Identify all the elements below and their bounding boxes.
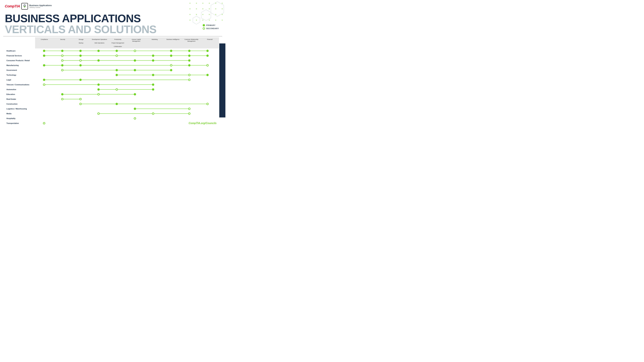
row-label-0: Healthcare	[3, 50, 35, 52]
dot-11-1	[116, 103, 118, 105]
table-row: Manufacturing	[3, 63, 216, 68]
dot-1-3	[116, 54, 118, 57]
col-header-devops: Development OperationsWeb Operations	[90, 39, 109, 47]
row-line-5	[117, 75, 208, 75]
dot-10-0	[61, 98, 64, 100]
dot-1-5	[170, 54, 172, 57]
svg-point-0	[190, 3, 190, 4]
legend: PRIMARY SECONDARY	[203, 24, 219, 29]
bg-decoration	[158, 0, 226, 42]
dot-0-8	[206, 50, 209, 52]
dot-2-3	[134, 59, 136, 62]
svg-point-19	[196, 20, 197, 20]
row-line-10	[62, 99, 80, 99]
table-row: Consumer Products / Retail	[3, 58, 216, 63]
svg-point-10	[215, 8, 216, 9]
dot-4-1	[116, 69, 118, 71]
dot-13-0	[98, 112, 100, 115]
svg-point-4	[215, 3, 216, 4]
dot-3-0	[43, 64, 45, 66]
svg-point-17	[222, 14, 223, 15]
svg-point-18	[190, 20, 190, 20]
row-label-3: Manufacturing	[3, 64, 35, 66]
svg-point-9	[209, 8, 210, 9]
row-line-8	[98, 89, 153, 90]
table-row: Financial Services	[3, 53, 216, 58]
dot-0-4	[116, 50, 118, 52]
row-line-6	[44, 80, 189, 80]
svg-point-11	[222, 8, 223, 9]
row-line-3	[44, 65, 207, 65]
dot-0-0	[43, 50, 45, 52]
row-track-4	[35, 68, 216, 72]
svg-point-20	[202, 20, 203, 20]
legend-secondary: SECONDARY	[203, 27, 219, 29]
table-row: Hospitality	[3, 116, 216, 121]
col-header-storage: StorageBackup	[72, 39, 90, 47]
dot-5-2	[188, 74, 190, 76]
secondary-dot-icon	[203, 27, 205, 29]
dot-1-0	[43, 54, 45, 57]
svg-point-13	[196, 14, 197, 15]
row-label-13: Media	[3, 113, 35, 115]
row-track-1	[35, 53, 216, 58]
dot-7-1	[98, 83, 100, 86]
row-label-1: Financial Services	[3, 55, 35, 57]
table-row: Logistics / Warehousing	[3, 106, 216, 111]
table-row: Government	[3, 68, 216, 72]
row-track-7	[35, 82, 216, 87]
row-label-4: Government	[3, 69, 35, 71]
dot-8-0	[98, 88, 100, 91]
col-header-productivity: ProductivityProject ManagementCollaborat…	[109, 39, 127, 47]
dot-11-0	[79, 103, 82, 105]
row-track-12	[35, 106, 216, 111]
row-track-5	[35, 72, 216, 77]
dot-14-0	[134, 117, 136, 119]
row-label-15: Transportation	[3, 122, 35, 124]
dot-1-7	[206, 54, 209, 57]
footer-url: CompTIA.org/Councils	[189, 122, 216, 125]
row-line-13	[98, 113, 189, 114]
row-track-11	[35, 101, 216, 106]
row-track-16	[35, 126, 216, 127]
dot-8-1	[116, 88, 118, 91]
table-row: Construction	[3, 101, 216, 106]
dot-10-1	[79, 98, 82, 100]
dot-8-2	[152, 88, 154, 91]
row-track-9	[35, 92, 216, 97]
row-line-1	[44, 55, 207, 56]
dot-2-0	[61, 59, 64, 62]
row-track-2	[35, 58, 216, 63]
council-title: Business Applications	[29, 4, 52, 7]
table-row: Automotive	[3, 87, 216, 92]
dot-4-2	[134, 69, 136, 71]
logo-svg	[22, 4, 27, 8]
table-row: Education	[3, 92, 216, 97]
row-label-12: Logistics / Warehousing	[3, 108, 35, 110]
dot-2-4	[152, 59, 154, 62]
svg-point-8	[202, 8, 203, 9]
svg-marker-25	[201, 10, 211, 20]
dot-2-5	[188, 59, 190, 62]
svg-point-14	[202, 14, 203, 15]
dot-0-2	[79, 50, 82, 52]
svg-marker-29	[24, 7, 25, 7]
dot-15-0	[43, 122, 45, 124]
dot-11-2	[206, 103, 209, 105]
dot-13-2	[188, 112, 190, 115]
table-row: Real Estate	[3, 97, 216, 101]
dot-9-0	[61, 93, 64, 95]
dot-5-1	[152, 74, 154, 76]
dot-9-1	[98, 93, 100, 95]
dot-4-0	[61, 69, 64, 71]
row-track-6	[35, 77, 216, 82]
row-track-0	[35, 48, 216, 53]
dot-12-1	[188, 108, 190, 110]
primary-dot-icon	[203, 24, 205, 26]
dot-12-0	[134, 108, 136, 110]
row-label-7: Telecom / Communications	[3, 84, 35, 86]
dot-3-2	[79, 64, 82, 66]
row-label-10: Real Estate	[3, 98, 35, 100]
row-line-0	[44, 51, 207, 51]
svg-point-6	[190, 8, 190, 9]
